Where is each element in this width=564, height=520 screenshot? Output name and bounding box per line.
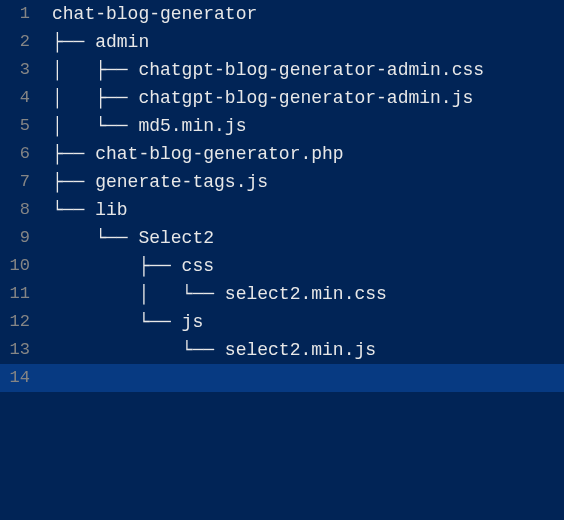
- line-number: 8: [0, 196, 40, 224]
- line-number: 13: [0, 336, 40, 364]
- line-content: └── select2.min.js: [40, 336, 376, 364]
- line-number: 2: [0, 28, 40, 56]
- code-line[interactable]: 3 │ ├── chatgpt-blog-generator-admin.css: [0, 56, 564, 84]
- code-line[interactable]: 8 └── lib: [0, 196, 564, 224]
- code-line-active[interactable]: 14: [0, 364, 564, 392]
- line-content: │ └── md5.min.js: [40, 112, 246, 140]
- line-number: 5: [0, 112, 40, 140]
- line-number: 1: [0, 0, 40, 28]
- code-editor[interactable]: 1 chat-blog-generator 2 ├── admin 3 │ ├─…: [0, 0, 564, 520]
- line-content: └── js: [40, 308, 203, 336]
- line-content: ├── chat-blog-generator.php: [40, 140, 344, 168]
- line-content: ├── generate-tags.js: [40, 168, 268, 196]
- line-content: └── Select2: [40, 224, 214, 252]
- line-content: │ └── select2.min.css: [40, 280, 387, 308]
- line-number: 3: [0, 56, 40, 84]
- code-line[interactable]: 4 │ ├── chatgpt-blog-generator-admin.js: [0, 84, 564, 112]
- line-number: 4: [0, 84, 40, 112]
- code-line[interactable]: 13 └── select2.min.js: [0, 336, 564, 364]
- line-content: └── lib: [40, 196, 128, 224]
- line-number: 9: [0, 224, 40, 252]
- line-content: │ ├── chatgpt-blog-generator-admin.css: [40, 56, 484, 84]
- line-number: 10: [0, 252, 40, 280]
- code-line[interactable]: 9 └── Select2: [0, 224, 564, 252]
- line-content: ├── admin: [40, 28, 149, 56]
- line-number: 12: [0, 308, 40, 336]
- line-content: ├── css: [40, 252, 214, 280]
- code-line[interactable]: 2 ├── admin: [0, 28, 564, 56]
- code-line[interactable]: 10 ├── css: [0, 252, 564, 280]
- code-line[interactable]: 12 └── js: [0, 308, 564, 336]
- code-line[interactable]: 7 ├── generate-tags.js: [0, 168, 564, 196]
- line-content: │ ├── chatgpt-blog-generator-admin.js: [40, 84, 473, 112]
- line-number: 14: [0, 364, 40, 392]
- line-number: 6: [0, 140, 40, 168]
- line-content: chat-blog-generator: [40, 0, 257, 28]
- code-line[interactable]: 1 chat-blog-generator: [0, 0, 564, 28]
- code-line[interactable]: 11 │ └── select2.min.css: [0, 280, 564, 308]
- line-number: 11: [0, 280, 40, 308]
- line-number: 7: [0, 168, 40, 196]
- code-line[interactable]: 5 │ └── md5.min.js: [0, 112, 564, 140]
- code-line[interactable]: 6 ├── chat-blog-generator.php: [0, 140, 564, 168]
